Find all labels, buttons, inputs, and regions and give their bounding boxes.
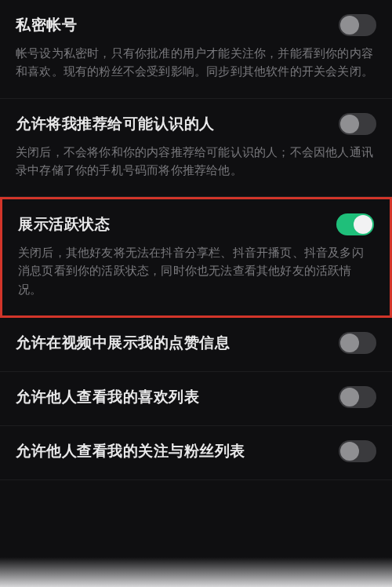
bottom-fade [0, 557, 392, 587]
toggle-knob-icon [340, 334, 359, 352]
setting-description: 关闭后，其他好友将无法在抖音分享栏、抖音开播页、抖音及多闪消息页看到你的活跃状态… [18, 243, 374, 298]
setting-title: 允许将我推荐给可能认识的人 [16, 114, 215, 134]
setting-section-recommend-contacts: 允许将我推荐给可能认识的人关闭后，不会将你和你的内容推荐给可能认识的人；不会因他… [0, 99, 392, 198]
setting-title: 允许他人查看我的喜欢列表 [16, 387, 199, 407]
toggle-knob-icon [340, 388, 359, 407]
setting-title: 允许他人查看我的关注与粉丝列表 [16, 441, 245, 461]
setting-row: 允许在视频中展示我的点赞信息 [16, 332, 376, 354]
cutoff-section [0, 480, 392, 494]
toggle-recommend-contacts[interactable] [339, 113, 376, 135]
toggle-knob-icon [340, 115, 359, 133]
setting-description: 帐号设为私密时，只有你批准的用户才能关注你，并能看到你的内容和喜欢。现有的粉丝不… [16, 44, 376, 81]
setting-row: 展示活跃状态 [18, 213, 374, 235]
toggle-allow-view-follows[interactable] [339, 440, 376, 462]
setting-row: 允许将我推荐给可能认识的人 [16, 113, 376, 135]
setting-section-private-account: 私密帐号帐号设为私密时，只有你批准的用户才能关注你，并能看到你的内容和喜欢。现有… [0, 0, 392, 99]
toggle-activity-status[interactable] [336, 213, 374, 235]
toggle-show-likes-in-video[interactable] [339, 332, 376, 354]
toggle-knob-icon [340, 16, 359, 35]
toggle-private-account[interactable] [339, 14, 376, 36]
toggle-allow-view-likes[interactable] [339, 386, 376, 408]
setting-title: 允许在视频中展示我的点赞信息 [16, 333, 230, 353]
setting-section-activity-status: 展示活跃状态关闭后，其他好友将无法在抖音分享栏、抖音开播页、抖音及多闪消息页看到… [0, 197, 392, 318]
setting-description: 关闭后，不会将你和你的内容推荐给可能认识的人；不会因他人通讯录中存储了你的手机号… [16, 143, 376, 180]
toggle-knob-icon [354, 215, 372, 234]
setting-section-allow-view-follows: 允许他人查看我的关注与粉丝列表 [0, 426, 392, 480]
setting-row: 私密帐号 [16, 14, 376, 36]
setting-row: 允许他人查看我的关注与粉丝列表 [16, 440, 376, 462]
setting-row: 允许他人查看我的喜欢列表 [16, 386, 376, 408]
setting-section-show-likes-in-video: 允许在视频中展示我的点赞信息 [0, 318, 392, 372]
setting-section-allow-view-likes: 允许他人查看我的喜欢列表 [0, 372, 392, 426]
toggle-knob-icon [340, 442, 359, 461]
setting-title: 展示活跃状态 [18, 214, 110, 235]
setting-title: 私密帐号 [16, 15, 77, 35]
